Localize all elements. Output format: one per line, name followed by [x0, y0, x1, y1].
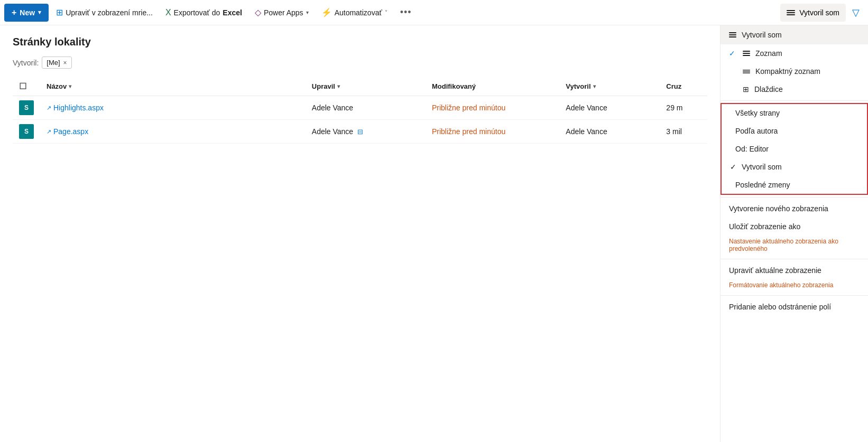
edit-grid-button[interactable]: ⊞ Upraviť v zobrazení mrie...	[51, 4, 158, 22]
dp-compact-icon	[743, 70, 750, 73]
col-header-upravil[interactable]: Upravil ▾	[306, 77, 426, 96]
toolbar: + New ▾ ⊞ Upraviť v zobrazení mrie... X …	[0, 0, 868, 25]
row2-upravil: Adele Vance ⊟	[306, 120, 426, 144]
more-button[interactable]: •••	[395, 4, 417, 22]
row1-crux: 29 m	[660, 96, 707, 120]
dp-vytvoril-label: Vytvoril som	[742, 163, 782, 171]
dp-zoznam-label: Zoznam	[755, 49, 782, 58]
dp-view-kompaktny[interactable]: Kompaktný zoznam	[721, 62, 868, 80]
power-apps-button[interactable]: ◇ Power Apps ▾	[250, 4, 314, 22]
excel-label: Excel	[223, 8, 242, 17]
row2-file-icon: S	[19, 124, 34, 139]
filter-icon: ▽	[852, 7, 860, 18]
view-selector-button[interactable]: Vytvoril som	[780, 4, 846, 22]
filter-chip[interactable]: [Me] ×	[42, 57, 71, 69]
dp-vsetky-strany[interactable]: Všetky strany	[722, 104, 867, 122]
grid-icon: ⊞	[56, 7, 63, 17]
col-header-vytvoril[interactable]: Vytvoril ▾	[559, 77, 660, 96]
col-header-modif: Modifikovaný	[426, 77, 559, 96]
plus-icon: +	[12, 8, 16, 17]
table-header-row: ☐ Názov ▾ Upravil ▾	[13, 77, 707, 96]
row1-modif: Približne pred minútou	[426, 96, 559, 120]
dp-edit-view-label: Upraviť aktuálne zobrazenie	[729, 266, 821, 275]
vytvoril-sort-icon: ▾	[593, 83, 596, 89]
dp-divider-1	[721, 100, 868, 101]
row1-filename[interactable]: ↗ Highlights.aspx	[47, 104, 104, 112]
filter-prefix: Vytvoril:	[13, 59, 39, 67]
filter-button[interactable]: ▽	[848, 4, 864, 21]
view-dropdown-panel: Vytvoril som ✓ Zoznam Kompaktný zoznam	[720, 25, 868, 442]
dp-save-as[interactable]: Uložiť zobrazenie ako	[721, 218, 868, 236]
dp-editor-label: Od: Editor	[735, 145, 769, 153]
dp-divider-2	[721, 197, 868, 198]
more-icon: •••	[400, 7, 412, 18]
dp-check-vytvoril: ✓	[730, 163, 736, 171]
row2-name-cell: ↗ Page.aspx	[40, 120, 306, 144]
dp-view-zoznam[interactable]: ✓ Zoznam	[721, 44, 868, 62]
col-name-label: Názov	[47, 82, 67, 90]
dp-header-label: Vytvoril som	[742, 31, 782, 39]
dp-save-as-label: Uložiť zobrazenie ako	[729, 222, 800, 231]
row1-name-cell: ↗ Highlights.aspx	[40, 96, 306, 120]
power-apps-label: Power Apps	[264, 8, 303, 17]
excel-icon: X	[165, 8, 171, 17]
row2-upravil-icon: ⊟	[357, 128, 363, 136]
row1-vytvoril: Adele Vance	[559, 96, 660, 120]
dp-vsetky-label: Všetky strany	[735, 109, 780, 117]
new-chevron-icon: ▾	[38, 9, 41, 16]
automate-button[interactable]: ⚡ Automatizovať ˅	[316, 4, 393, 22]
file-type-icon: ☐	[19, 82, 26, 91]
export-excel-button[interactable]: X Exportovať do Excel	[160, 4, 247, 22]
page-title: Stránky lokality	[13, 36, 707, 48]
link-arrow-icon2: ↗	[47, 128, 51, 135]
dp-posledne-zmeny[interactable]: Posledné zmeny	[722, 176, 867, 194]
row1-icon-cell: S	[13, 96, 40, 120]
hamburger-icon	[787, 10, 795, 15]
dp-podla-autora[interactable]: Podľa autora	[722, 122, 867, 140]
dp-list-icon	[743, 51, 750, 56]
dp-create-new-label: Vytvorenie nového zobrazenia	[729, 204, 828, 213]
dp-divider-4	[721, 295, 868, 296]
dp-divider-3	[721, 259, 868, 259]
dp-check-zoznam: ✓	[729, 49, 737, 58]
dp-view-dlazdice[interactable]: ⊞ Dlaždice	[721, 80, 868, 98]
automate-chevron: ˅	[385, 10, 387, 15]
col-crux-label: Cruz	[666, 82, 681, 90]
table-row: S ↗ Highlights.aspx Adele Vance Približn…	[13, 96, 707, 120]
row2-modif-text: Približne pred minútou	[432, 127, 505, 136]
new-label: New	[20, 8, 35, 17]
automate-label: Automatizovať	[335, 8, 382, 17]
row2-crux: 3 mil	[660, 120, 707, 144]
row1-file-icon: S	[19, 100, 34, 115]
filter-chip-close-icon[interactable]: ×	[63, 59, 67, 67]
col-header-icon: ☐	[13, 77, 40, 96]
row2-filename[interactable]: ↗ Page.aspx	[47, 127, 88, 136]
dp-header[interactable]: Vytvoril som	[721, 25, 868, 44]
dp-add-remove-fields[interactable]: Pridanie alebo odstránenie polí	[721, 298, 868, 316]
new-button[interactable]: + New ▾	[4, 4, 49, 22]
dp-format-view-text[interactable]: Formátovanie aktuálneho zobrazenia	[721, 279, 868, 293]
col-header-crux: Cruz	[660, 77, 707, 96]
edit-grid-label: Upraviť v zobrazení mrie...	[66, 8, 153, 17]
table-row: S ↗ Page.aspx Adele Vance ⊟	[13, 120, 707, 144]
dp-podla-label: Podľa autora	[735, 127, 778, 135]
col-header-name[interactable]: Názov ▾	[40, 77, 306, 96]
filter-bar: Vytvoril: [Me] ×	[13, 57, 707, 69]
dp-dlazdice-label: Dlaždice	[754, 85, 783, 93]
col-vytvoril-label: Vytvoril	[566, 82, 590, 90]
dp-tiles-icon: ⊞	[743, 85, 749, 93]
col-modif-label: Modifikovaný	[432, 82, 476, 90]
link-arrow-icon: ↗	[47, 105, 51, 111]
dp-add-remove-label: Pridanie alebo odstránenie polí	[729, 303, 831, 311]
files-table: ☐ Názov ▾ Upravil ▾	[13, 77, 707, 144]
dp-create-new-view[interactable]: Vytvorenie nového zobrazenia	[721, 200, 868, 218]
dp-hamburger-icon	[729, 32, 736, 37]
row2-icon-cell: S	[13, 120, 40, 144]
filter-chip-label: [Me]	[47, 59, 60, 67]
dp-edit-view[interactable]: Upraviť aktuálne zobrazenie	[721, 261, 868, 279]
dp-od-editor[interactable]: Od: Editor	[722, 140, 867, 158]
dp-vytvoril-som[interactable]: ✓ Vytvoril som	[722, 158, 867, 176]
dp-kompaktny-label: Kompaktný zoznam	[755, 67, 820, 76]
dp-set-default-text[interactable]: Nastavenie aktuálneho zobrazenia ako pre…	[721, 236, 868, 257]
automate-icon: ⚡	[321, 7, 332, 17]
